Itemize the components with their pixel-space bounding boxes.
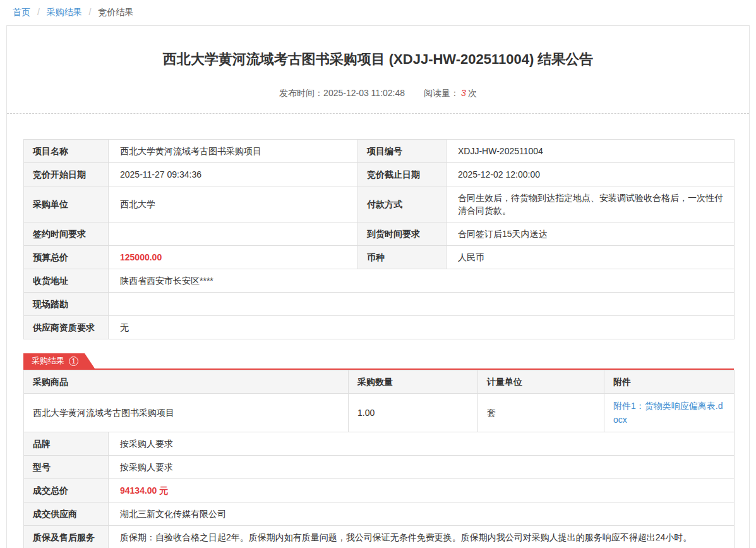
delivery-time-label: 到货时间要求 (358, 222, 447, 246)
table-row: 品牌 按采购人要求 (24, 432, 735, 456)
project-info-table: 项目名称 西北大学黄河流域考古图书采购项目 项目编号 XDJJ-HW-20251… (23, 139, 735, 339)
breadcrumb-separator: / (37, 7, 40, 17)
site-visit-value (109, 293, 735, 316)
attachment-link[interactable]: 附件1：货物类响应偏离表.docx (613, 399, 725, 427)
warranty-value: 质保期：自验收合格之日起2年。质保期内如有质量问题，我公司保证无条件免费更换。质… (109, 526, 735, 548)
project-name-label: 项目名称 (24, 140, 109, 163)
deal-price-amount: 94134.00 元 (120, 485, 168, 496)
views-group: 阅读量：3次 (424, 88, 477, 99)
deal-price-value: 94134.00 元 (109, 479, 735, 502)
col-attachment: 附件 (604, 370, 735, 394)
brand-value: 按采购人要求 (109, 432, 735, 456)
col-quantity: 采购数量 (349, 370, 478, 394)
announcement-card: 西北大学黄河流域考古图书采购项目 (XDJJ-HW-202511004) 结果公… (6, 25, 750, 548)
views-count: 3 (461, 88, 466, 98)
address-label: 收货地址 (24, 269, 109, 293)
table-row: 成交供应商 湖北三新文化传媒有限公司 (24, 502, 735, 526)
table-row: 项目名称 西北大学黄河流域考古图书采购项目 项目编号 XDJJ-HW-20251… (24, 140, 735, 163)
site-visit-label: 现场踏勘 (24, 293, 109, 316)
budget-amount: 125000.00 (120, 252, 162, 262)
payment-value: 合同生效后，待货物到达指定地点、安装调试验收合格后，一次性付清合同货款。 (447, 186, 735, 222)
publish-time-group: 发布时间：2025-12-03 11:02:48 (279, 88, 405, 99)
purchaser-label: 采购单位 (24, 186, 109, 222)
breadcrumb-home-link[interactable]: 首页 (13, 7, 30, 17)
breadcrumb-current: 竞价结果 (98, 7, 133, 17)
table-row: 采购单位 西北大学 付款方式 合同生效后，待货物到达指定地点、安装调试验收合格后… (24, 186, 735, 222)
qualification-value: 无 (109, 316, 735, 339)
publish-time-value: 2025-12-03 11:02:48 (323, 88, 405, 98)
publish-time-label: 发布时间： (279, 88, 323, 98)
announcement-body: 项目名称 西北大学黄河流域考古图书采购项目 项目编号 XDJJ-HW-20251… (7, 114, 749, 548)
attachment-cell: 附件1：货物类响应偏离表.docx (604, 394, 735, 432)
result-table-header-row: 采购商品 采购数量 计量单位 附件 (24, 370, 735, 394)
result-table-row: 西北大学黄河流域考古图书采购项目 1.00 套 附件1：货物类响应偏离表.doc… (24, 394, 735, 432)
budget-value: 125000.00 (109, 246, 358, 269)
bid-end-label: 竞价截止日期 (358, 163, 447, 186)
table-row: 供应商资质要求 无 (24, 316, 735, 339)
model-value: 按采购人要求 (109, 456, 735, 479)
table-row: 现场踏勘 (24, 293, 735, 316)
sign-time-value (109, 222, 358, 246)
table-row: 型号 按采购人要求 (24, 456, 735, 479)
table-row: 竞价开始日期 2025-11-27 09:34:36 竞价截止日期 2025-1… (24, 163, 735, 186)
supplier-label: 成交供应商 (24, 502, 109, 526)
project-no-value: XDJJ-HW-202511004 (447, 140, 735, 163)
views-unit: 次 (468, 88, 477, 98)
breadcrumb-separator: / (89, 7, 92, 17)
page-title: 西北大学黄河流域考古图书采购项目 (XDJJ-HW-202511004) 结果公… (23, 50, 733, 69)
unit-value: 套 (478, 394, 604, 432)
table-row: 签约时间要求 到货时间要求 合同签订后15天内送达 (24, 222, 735, 246)
sign-time-label: 签约时间要求 (24, 222, 109, 246)
model-label: 型号 (24, 456, 109, 479)
currency-label: 币种 (358, 246, 447, 269)
delivery-time-value: 合同签订后15天内送达 (447, 222, 735, 246)
product-value: 西北大学黄河流域考古图书采购项目 (24, 394, 349, 432)
result-ribbon-badge: 采购结果 1 (23, 353, 95, 368)
result-ribbon-label: 采购结果 (32, 355, 64, 367)
breadcrumb: 首页 / 采购结果 / 竞价结果 (0, 0, 756, 24)
breadcrumb-results-link[interactable]: 采购结果 (47, 7, 82, 17)
supplier-value: 湖北三新文化传媒有限公司 (109, 502, 735, 526)
bid-start-value: 2025-11-27 09:34:36 (109, 163, 358, 186)
views-label: 阅读量： (424, 88, 459, 98)
bid-end-value: 2025-12-02 12:00:00 (447, 163, 735, 186)
announcement-header: 西北大学黄河流域考古图书采购项目 (XDJJ-HW-202511004) 结果公… (7, 26, 749, 99)
quantity-value: 1.00 (349, 394, 478, 432)
bid-start-label: 竞价开始日期 (24, 163, 109, 186)
qualification-label: 供应商资质要求 (24, 316, 109, 339)
currency-value: 人民币 (447, 246, 735, 269)
result-table: 采购商品 采购数量 计量单位 附件 西北大学黄河流域考古图书采购项目 1.00 … (23, 370, 735, 432)
table-row: 收货地址 陕西省西安市长安区**** (24, 269, 735, 293)
col-unit: 计量单位 (478, 370, 604, 394)
project-name-value: 西北大学黄河流域考古图书采购项目 (109, 140, 358, 163)
table-row: 质保及售后服务 质保期：自验收合格之日起2年。质保期内如有质量问题，我公司保证无… (24, 526, 735, 548)
address-value: 陕西省西安市长安区**** (109, 269, 735, 293)
result-count-badge: 1 (69, 356, 78, 366)
deal-price-label: 成交总价 (24, 479, 109, 502)
table-row: 成交总价 94134.00 元 (24, 479, 735, 502)
result-details-table: 品牌 按采购人要求 型号 按采购人要求 成交总价 94134.00 元 成交供应… (23, 432, 735, 548)
brand-label: 品牌 (24, 432, 109, 456)
purchaser-value: 西北大学 (109, 186, 358, 222)
result-section-bar: 采购结果 1 (23, 353, 734, 370)
payment-label: 付款方式 (358, 186, 447, 222)
warranty-label: 质保及售后服务 (24, 526, 109, 548)
table-row: 预算总价 125000.00 币种 人民币 (24, 246, 735, 269)
budget-label: 预算总价 (24, 246, 109, 269)
article-meta: 发布时间：2025-12-03 11:02:48阅读量：3次 (23, 88, 733, 99)
col-product: 采购商品 (24, 370, 349, 394)
project-no-label: 项目编号 (358, 140, 447, 163)
